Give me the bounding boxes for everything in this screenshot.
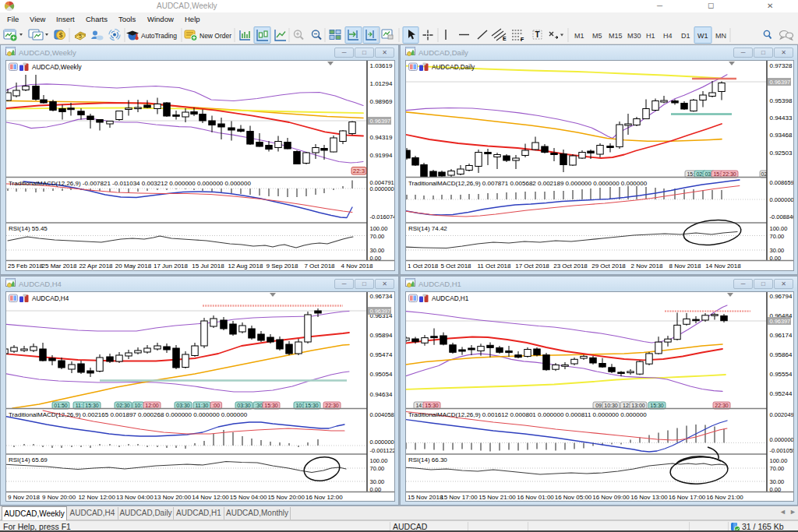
svg-text:15 Nov 21:00: 15 Nov 21:00 <box>478 494 516 501</box>
svg-text:0.00: 0.00 <box>770 255 782 262</box>
svg-text:23 Oct 2018: 23 Oct 2018 <box>553 262 588 270</box>
svg-text:0.000000: 0.000000 <box>770 436 794 443</box>
svg-text:12 Nov 12:00: 12 Nov 12:00 <box>78 494 115 501</box>
svg-text:0.000000: 0.000000 <box>370 439 394 446</box>
svg-text:03:30: 03:30 <box>176 403 190 408</box>
svg-text:16 Nov 05:00: 16 Nov 05:00 <box>555 494 592 501</box>
svg-text:0.96397: 0.96397 <box>370 118 391 125</box>
svg-text:0.95398: 0.95398 <box>770 97 793 104</box>
svg-text:30.00: 30.00 <box>370 247 385 254</box>
svg-text:10:: 10: <box>134 403 142 408</box>
svg-text:25 Feb 2018: 25 Feb 2018 <box>8 262 43 270</box>
svg-text::30: :30 <box>255 403 263 408</box>
svg-text:0.96734: 0.96734 <box>370 293 393 300</box>
svg-text:AUDCAD,H4: AUDCAD,H4 <box>32 295 69 302</box>
svg-text:70.00: 70.00 <box>770 465 785 472</box>
svg-text:30.00: 30.00 <box>370 478 385 485</box>
svg-text:0.00: 0.00 <box>370 486 382 493</box>
svg-text:13 Nov 04:00: 13 Nov 04:00 <box>116 494 154 501</box>
svg-text:16 Nov 01:00: 16 Nov 01:00 <box>517 494 554 501</box>
svg-text:25 Mar 2018: 25 Mar 2018 <box>42 262 77 270</box>
svg-text:-0.001055: -0.001055 <box>770 447 795 454</box>
svg-text:17 Oct 2018: 17 Oct 2018 <box>515 262 549 270</box>
svg-text:100.00: 100.00 <box>770 225 788 232</box>
svg-text:0.96397: 0.96397 <box>770 318 791 325</box>
svg-text:0.004058: 0.004058 <box>370 411 394 418</box>
svg-text:$: $ <box>59 31 63 39</box>
svg-text:0.000000: 0.000000 <box>770 196 794 203</box>
svg-text:30.00: 30.00 <box>770 478 785 485</box>
svg-text:15 Nov 2018: 15 Nov 2018 <box>408 494 443 501</box>
svg-text:7 Oct 2018: 7 Oct 2018 <box>304 262 335 270</box>
svg-text:0.96174: 0.96174 <box>770 332 793 339</box>
svg-text:0.96794: 0.96794 <box>770 293 793 300</box>
svg-text:14:: 14: <box>415 403 423 408</box>
svg-text:0.95864: 0.95864 <box>770 351 793 358</box>
svg-text:16 Nov 09:00: 16 Nov 09:00 <box>592 494 630 501</box>
svg-text:22 Apr 2018: 22 Apr 2018 <box>79 262 113 270</box>
svg-text:F: F <box>521 37 524 42</box>
svg-text:15:30: 15:30 <box>650 403 664 408</box>
svg-text::00: :00 <box>212 403 220 408</box>
svg-text:M30: M30 <box>627 32 641 40</box>
svg-text:10:30: 10:30 <box>604 403 618 408</box>
svg-text:0.92503: 0.92503 <box>770 150 793 157</box>
svg-text:9 Nov 20:00: 9 Nov 20:00 <box>42 494 76 501</box>
svg-text:17 Jun 2018: 17 Jun 2018 <box>154 262 189 270</box>
svg-text:9 Nov 2018: 9 Nov 2018 <box>8 494 40 501</box>
svg-text:22:30: 22:30 <box>715 403 729 408</box>
svg-text:5: 5 <box>79 33 82 39</box>
svg-text:New Order: New Order <box>200 32 231 40</box>
svg-text:-0.001122: -0.001122 <box>370 447 396 454</box>
svg-text:14 Nov 2018: 14 Nov 2018 <box>705 262 741 270</box>
svg-text:14 Nov 12:00: 14 Nov 12:00 <box>192 494 229 501</box>
svg-text:16 Nov 17:00: 16 Nov 17:00 <box>669 494 706 501</box>
svg-text:15:: 15: <box>687 171 694 177</box>
svg-text:01:50: 01:50 <box>54 403 68 408</box>
svg-text:RSI(14) 74.42: RSI(14) 74.42 <box>408 225 447 232</box>
svg-text:T: T <box>535 30 539 39</box>
svg-text:0.98969: 0.98969 <box>370 98 393 105</box>
svg-text:20 May 2018: 20 May 2018 <box>115 262 152 270</box>
svg-text:E: E <box>503 36 507 41</box>
svg-text:11:30: 11:30 <box>196 403 209 408</box>
svg-text:0.96397: 0.96397 <box>770 79 791 86</box>
svg-text:TraditionalMACD(12,26,9) -0.00: TraditionalMACD(12,26,9) -0.007821 -0.01… <box>9 180 251 187</box>
svg-text:0.96397: 0.96397 <box>370 308 391 315</box>
svg-text:0.002049: 0.002049 <box>770 411 794 418</box>
svg-text:D1: D1 <box>681 32 690 40</box>
svg-text:MN: MN <box>715 32 726 40</box>
svg-text:15:30: 15:30 <box>264 403 278 408</box>
svg-text:0.00: 0.00 <box>770 486 782 493</box>
svg-text:TraditionalMACD(12,26,9) 0.002: TraditionalMACD(12,26,9) 0.002165 0.0018… <box>9 411 248 418</box>
svg-text:15 Jul 2018: 15 Jul 2018 <box>192 262 224 270</box>
svg-text:03:30: 03:30 <box>237 403 251 408</box>
svg-text:1.03619: 1.03619 <box>370 62 393 69</box>
svg-text:0.95554: 0.95554 <box>770 371 793 378</box>
svg-text:22:30: 22:30 <box>325 403 339 408</box>
svg-text:RSI(14) 66.30: RSI(14) 66.30 <box>408 456 447 463</box>
svg-text:0.008659: 0.008659 <box>770 179 794 186</box>
svg-text:22:30: 22:30 <box>722 171 736 177</box>
svg-text:13 Nov 20:00: 13 Nov 20:00 <box>154 494 192 501</box>
svg-text:1.01294: 1.01294 <box>370 80 393 87</box>
svg-text:16 Nov 21:00: 16 Nov 21:00 <box>706 494 743 501</box>
svg-text:70.00: 70.00 <box>370 233 385 240</box>
svg-text:M15: M15 <box>609 32 623 40</box>
svg-text:70.00: 70.00 <box>770 233 785 240</box>
svg-text:15:30: 15:30 <box>425 403 439 408</box>
svg-text:02:30: 02:30 <box>116 403 130 408</box>
svg-text:TraditionalMACD(12,26,9) 0.007: TraditionalMACD(12,26,9) 0.007871 0.0056… <box>408 180 648 187</box>
svg-text:0.95894: 0.95894 <box>370 332 393 339</box>
svg-text:-0.016074: -0.016074 <box>370 213 396 220</box>
svg-text:AUDCAD,Weekly: AUDCAD,Weekly <box>32 64 82 71</box>
svg-text:0.97328: 0.97328 <box>770 62 793 69</box>
svg-text:15 Nov 04:00: 15 Nov 04:00 <box>230 494 267 501</box>
svg-text:0.95474: 0.95474 <box>370 351 393 358</box>
svg-text:0.000000: 0.000000 <box>370 185 394 192</box>
svg-text:-0.008840: -0.008840 <box>770 213 795 220</box>
svg-text:H1: H1 <box>646 32 655 40</box>
svg-text:0.94634: 0.94634 <box>370 391 393 398</box>
svg-text:11:: 11: <box>76 403 83 408</box>
svg-text:2 Nov 2018: 2 Nov 2018 <box>631 262 663 270</box>
